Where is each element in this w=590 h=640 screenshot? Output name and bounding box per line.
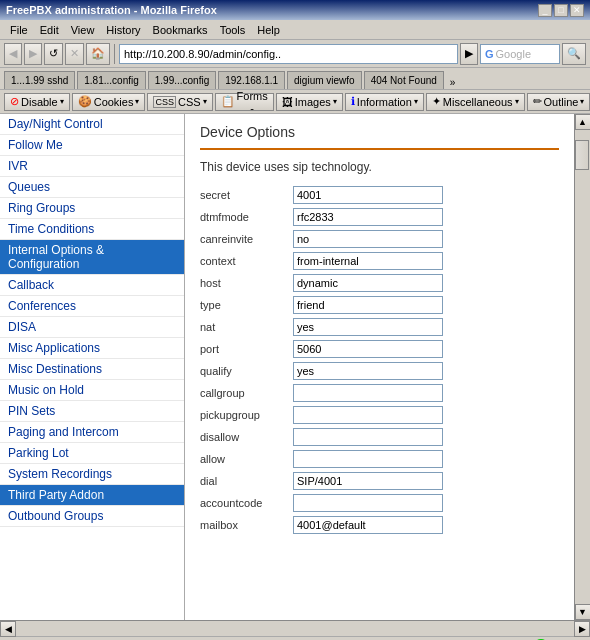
sidebar-item-follow-me[interactable]: Follow Me — [0, 135, 184, 156]
window-title: FreePBX administration - Mozilla Firefox — [6, 4, 217, 16]
field-label: accountcode — [200, 492, 290, 514]
field-input-disallow[interactable] — [293, 428, 443, 446]
sidebar-item-time-conditions[interactable]: Time Conditions — [0, 219, 184, 240]
home-button[interactable]: 🏠 — [86, 43, 110, 65]
field-input-secret[interactable] — [293, 186, 443, 204]
outline-icon: ✏ — [533, 95, 542, 108]
menu-help[interactable]: Help — [251, 22, 286, 38]
sidebar-item-parking[interactable]: Parking Lot — [0, 443, 184, 464]
field-value-cell — [290, 206, 559, 228]
table-row: secret — [200, 184, 559, 206]
menu-bookmarks[interactable]: Bookmarks — [147, 22, 214, 38]
images-dropdown-icon: ▾ — [333, 97, 337, 106]
sidebar-item-queues[interactable]: Queues — [0, 177, 184, 198]
miscellaneous-button[interactable]: ✦ Miscellaneous ▾ — [426, 93, 525, 111]
sidebar-item-pin-sets[interactable]: PIN Sets — [0, 401, 184, 422]
field-input-context[interactable] — [293, 252, 443, 270]
minimize-button[interactable]: _ — [538, 4, 552, 17]
field-input-pickupgroup[interactable] — [293, 406, 443, 424]
field-input-qualify[interactable] — [293, 362, 443, 380]
toolbar: ⊘ Disable ▾ 🍪 Cookies ▾ CSS CSS ▾ 📋 Form… — [0, 90, 590, 114]
field-input-mailbox[interactable] — [293, 516, 443, 534]
field-input-dtmfmode[interactable] — [293, 208, 443, 226]
tab-2[interactable]: 1.99...config — [148, 71, 216, 89]
menu-tools[interactable]: Tools — [214, 22, 252, 38]
field-label: port — [200, 338, 290, 360]
field-input-accountcode[interactable] — [293, 494, 443, 512]
forms-button[interactable]: 📋 Forms - — [215, 93, 274, 111]
field-input-port[interactable] — [293, 340, 443, 358]
sidebar-item-third-party[interactable]: Third Party Addon — [0, 485, 184, 506]
cookies-dropdown-icon: ▾ — [135, 97, 139, 106]
table-row: dtmfmode — [200, 206, 559, 228]
navbar: ◀ ▶ ↺ ✕ 🏠 http://10.200.8.90/admin/confi… — [0, 40, 590, 68]
orange-divider — [200, 148, 559, 150]
field-label: qualify — [200, 360, 290, 382]
address-text: http://10.200.8.90/admin/config.. — [124, 48, 281, 60]
cookies-button[interactable]: 🍪 Cookies ▾ — [72, 93, 146, 111]
field-input-canreinvite[interactable] — [293, 230, 443, 248]
menu-view[interactable]: View — [65, 22, 101, 38]
forward-button[interactable]: ▶ — [24, 43, 42, 65]
sidebar-item-misc-dest[interactable]: Misc Destinations — [0, 359, 184, 380]
maximize-button[interactable]: □ — [554, 4, 568, 17]
scroll-right-button[interactable]: ▶ — [574, 621, 590, 637]
sidebar-item-paging[interactable]: Paging and Intercom — [0, 422, 184, 443]
images-button[interactable]: 🖼 Images ▾ — [276, 93, 343, 111]
field-input-callgroup[interactable] — [293, 384, 443, 402]
sidebar-item-ring-groups[interactable]: Ring Groups — [0, 198, 184, 219]
menu-edit[interactable]: Edit — [34, 22, 65, 38]
tab-1[interactable]: 1.81...config — [77, 71, 145, 89]
scroll-down-button[interactable]: ▼ — [575, 604, 591, 620]
sidebar-item-day-night[interactable]: Day/Night Control — [0, 114, 184, 135]
tab-4[interactable]: digium viewfo — [287, 71, 362, 89]
css-button[interactable]: CSS CSS ▾ — [147, 93, 212, 111]
sidebar-item-callback[interactable]: Callback — [0, 275, 184, 296]
field-value-cell — [290, 316, 559, 338]
vertical-scrollbar[interactable]: ▲ ▼ — [574, 114, 590, 620]
sidebar-item-disa[interactable]: DISA — [0, 317, 184, 338]
back-button[interactable]: ◀ — [4, 43, 22, 65]
sidebar-item-ivr[interactable]: IVR — [0, 156, 184, 177]
go-button[interactable]: ▶ — [460, 43, 478, 65]
tab-5[interactable]: 404 Not Found — [364, 71, 444, 89]
field-input-dial[interactable] — [293, 472, 443, 490]
reload-button[interactable]: ↺ — [44, 43, 63, 65]
field-input-nat[interactable] — [293, 318, 443, 336]
close-button[interactable]: ✕ — [570, 4, 584, 17]
scroll-thumb[interactable] — [575, 140, 589, 170]
field-label: mailbox — [200, 514, 290, 536]
tab-3[interactable]: 192.168.1.1 — [218, 71, 285, 89]
window-controls[interactable]: _ □ ✕ — [538, 4, 584, 17]
menu-file[interactable]: File — [4, 22, 34, 38]
field-input-type[interactable] — [293, 296, 443, 314]
page-title: Device Options — [200, 124, 559, 140]
scroll-left-button[interactable]: ◀ — [0, 621, 16, 637]
misc-dropdown-icon: ▾ — [515, 97, 519, 106]
sidebar-item-system-recordings[interactable]: System Recordings — [0, 464, 184, 485]
content-pane: Device Options This device uses sip tech… — [185, 114, 574, 620]
information-button[interactable]: ℹ Information ▾ — [345, 93, 424, 111]
google-icon: G — [485, 48, 494, 60]
menu-history[interactable]: History — [100, 22, 146, 38]
field-value-cell — [290, 228, 559, 250]
address-bar[interactable]: http://10.200.8.90/admin/config.. — [119, 44, 458, 64]
stop-button[interactable]: ✕ — [65, 43, 84, 65]
table-row: canreinvite — [200, 228, 559, 250]
horizontal-scrollbar[interactable]: ◀ ▶ — [0, 620, 590, 636]
sidebar-item-outbound-groups[interactable]: Outbound Groups — [0, 506, 184, 527]
field-input-host[interactable] — [293, 274, 443, 292]
table-row: type — [200, 294, 559, 316]
outline-button[interactable]: ✏ Outline ▾ — [527, 93, 590, 111]
search-bar[interactable]: G Google — [480, 44, 560, 64]
tab-0[interactable]: 1...1.99 sshd — [4, 71, 75, 89]
tab-more[interactable]: » — [446, 76, 460, 89]
scroll-up-button[interactable]: ▲ — [575, 114, 591, 130]
sidebar-item-music-on-hold[interactable]: Music on Hold — [0, 380, 184, 401]
sidebar-item-misc-apps[interactable]: Misc Applications — [0, 338, 184, 359]
field-input-allow[interactable] — [293, 450, 443, 468]
search-button[interactable]: 🔍 — [562, 43, 586, 65]
sidebar-item-conferences[interactable]: Conferences — [0, 296, 184, 317]
disable-button[interactable]: ⊘ Disable ▾ — [4, 93, 70, 111]
scroll-track[interactable] — [575, 130, 590, 604]
